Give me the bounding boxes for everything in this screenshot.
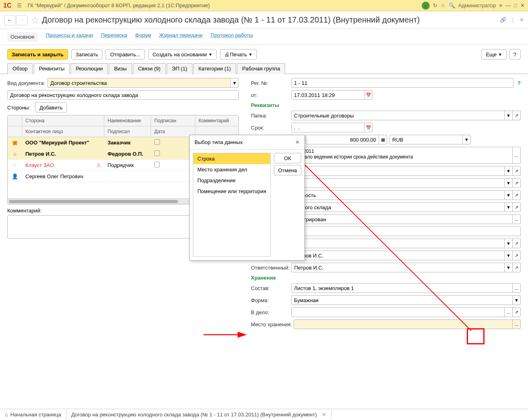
dropdown-btn[interactable]: ▼	[505, 166, 513, 176]
field-input[interactable]	[267, 226, 521, 236]
kebab-icon[interactable]: ⋮	[510, 17, 516, 23]
tab-workgroup[interactable]: Рабочая группа	[237, 63, 285, 74]
favorite-icon[interactable]: ☆	[31, 14, 39, 26]
location-more-btn[interactable]: ...	[513, 319, 521, 329]
more-btn[interactable]: ...	[513, 283, 521, 293]
type-item-storage[interactable]: Место хранения дел	[193, 164, 270, 175]
search-icon[interactable]: 🔍	[449, 2, 455, 8]
folder-input[interactable]	[291, 111, 505, 120]
more-btn[interactable]: ...	[513, 214, 521, 224]
star-icon[interactable]: ☆	[441, 2, 445, 8]
checkbox[interactable]	[154, 162, 160, 167]
prepared-input[interactable]	[291, 251, 505, 260]
task-close-icon[interactable]: ✕	[322, 412, 326, 418]
tab-links[interactable]: Связи (9)	[133, 63, 166, 74]
tab-requisites[interactable]: Реквизиты	[34, 63, 70, 74]
checkbox[interactable]	[154, 139, 160, 145]
tab-categories[interactable]: Категории (1)	[193, 63, 236, 74]
notification-icon[interactable]: ▲	[422, 2, 430, 10]
open-btn[interactable]: ↗	[513, 178, 521, 188]
composition-input[interactable]	[291, 283, 513, 293]
dropdown-btn[interactable]: ▼	[505, 178, 513, 188]
dropdown-btn[interactable]: ▼	[513, 295, 521, 305]
help-button[interactable]: ?	[509, 49, 521, 60]
open-btn[interactable]: ↗	[513, 251, 521, 260]
dropdown-btn[interactable]: ▼	[463, 135, 471, 144]
create-based-button[interactable]: Создать на основании▼	[148, 49, 217, 60]
maximize-icon[interactable]: □	[514, 2, 517, 8]
dropdown-btn[interactable]: ▼	[505, 202, 513, 212]
link-icon[interactable]: 🔗	[500, 17, 506, 23]
open-btn[interactable]: ↗	[513, 190, 521, 200]
user-label[interactable]: Администратор	[458, 2, 496, 8]
doc-type-dropdown[interactable]: ▼	[231, 78, 239, 88]
history-icon[interactable]: ↻	[433, 2, 437, 8]
link-forum[interactable]: Форум	[135, 32, 151, 41]
tab-ep[interactable]: ЭП (1)	[167, 63, 193, 74]
task-home[interactable]: ⌂Начальная страница	[0, 410, 66, 419]
dialog-cancel-button[interactable]: Отмена	[274, 165, 301, 175]
col-name[interactable]: Наименование	[104, 115, 151, 126]
calendar-icon[interactable]: 📅	[364, 90, 373, 100]
link-processes[interactable]: Процессы и задачи	[46, 32, 93, 41]
doc-type-input[interactable]	[48, 78, 231, 88]
from-date-input[interactable]	[291, 90, 364, 100]
toolbar: Записать и закрыть Записать Отправить...…	[0, 45, 528, 63]
dropdown-btn[interactable]: ▼	[505, 111, 513, 120]
settings-icon[interactable]: ≡	[499, 2, 503, 8]
case-input[interactable]	[291, 307, 505, 317]
calendar-icon[interactable]: 📅	[364, 123, 373, 132]
open-btn[interactable]: ↗	[513, 166, 521, 176]
type-item-string[interactable]: Строка	[193, 153, 270, 164]
hamburger-icon[interactable]: ☰	[15, 2, 23, 10]
close-icon[interactable]: ✕	[520, 2, 525, 8]
currency-input[interactable]	[389, 135, 463, 144]
dropdown-btn[interactable]: ▼	[505, 190, 513, 200]
col-party[interactable]: Сторона	[22, 115, 104, 126]
minimize-icon[interactable]: —	[505, 2, 511, 8]
more-btn[interactable]: ...	[513, 147, 521, 164]
add-party-button[interactable]: Добавить	[35, 102, 67, 113]
open-btn[interactable]: ↗	[513, 111, 521, 120]
doc-name-input[interactable]	[7, 90, 239, 100]
open-btn[interactable]: ↗	[513, 263, 521, 272]
forward-button[interactable]: →	[16, 15, 27, 25]
link-journal[interactable]: Журнал передачи	[159, 32, 203, 41]
open-btn[interactable]: ↗	[513, 202, 521, 212]
checkbox[interactable]	[154, 150, 160, 156]
send-button[interactable]: Отправить...	[106, 49, 145, 60]
location-input[interactable]	[294, 319, 513, 329]
calc-icon[interactable]: ▦	[379, 135, 387, 144]
more-btn[interactable]: ...	[505, 307, 513, 317]
dropdown-btn[interactable]: ▼	[505, 263, 513, 272]
more-button[interactable]: Еще▼	[481, 49, 506, 60]
tab-overview[interactable]: Обзор	[7, 63, 33, 74]
type-item-room[interactable]: Помещение или территория	[193, 186, 270, 197]
dialog-ok-button[interactable]: ОК	[274, 153, 301, 163]
dropdown-btn[interactable]: ▼	[505, 239, 513, 248]
link-main[interactable]: Основное	[7, 32, 38, 41]
form-input[interactable]	[291, 295, 513, 305]
task-document[interactable]: Договор на реконструкцию холодного склад…	[66, 410, 331, 419]
back-button[interactable]: ←	[4, 15, 15, 25]
open-btn[interactable]: ↗	[513, 307, 521, 317]
dropdown-btn[interactable]: ▼	[505, 251, 513, 260]
save-close-button[interactable]: Записать и закрыть	[7, 49, 68, 60]
open-btn[interactable]: ↗	[513, 239, 521, 248]
help-icon[interactable]: ?	[518, 80, 521, 86]
responsible-input[interactable]	[291, 263, 505, 272]
link-protocol[interactable]: Протокол работы	[211, 32, 253, 41]
sum-input[interactable]	[306, 135, 379, 144]
print-button[interactable]: 🖨 Печать▼	[220, 49, 257, 60]
col-signed[interactable]: Подписан	[151, 115, 195, 126]
tab-visas[interactable]: Визы	[109, 63, 132, 74]
save-button[interactable]: Записать	[71, 49, 103, 60]
close-doc-icon[interactable]: ✕	[520, 17, 524, 23]
tab-resolutions[interactable]: Резолюции	[70, 63, 108, 74]
dialog-close-icon[interactable]: ✕	[295, 139, 300, 145]
deadline-input[interactable]	[291, 123, 364, 132]
link-correspondence[interactable]: Переписка	[101, 32, 127, 41]
type-item-dept[interactable]: Подразделение	[193, 175, 270, 186]
reg-input[interactable]	[291, 78, 514, 88]
col-comment[interactable]: Комментарий	[195, 115, 238, 126]
